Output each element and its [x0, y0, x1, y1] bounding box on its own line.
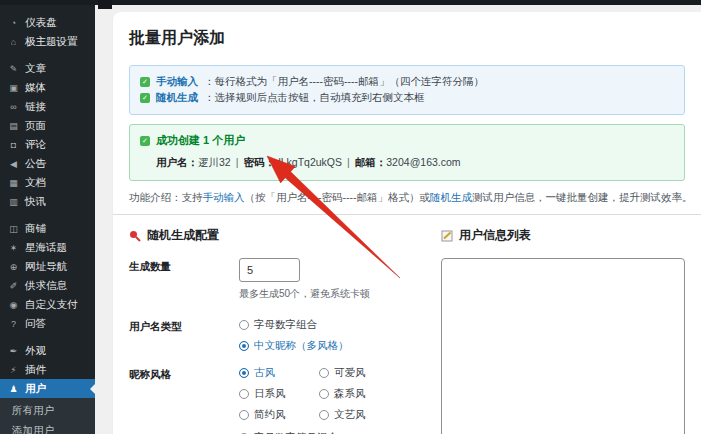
sidebar-item-pages[interactable]: ▤ 页面: [0, 116, 95, 135]
sidebar-item-label: 仪表盘: [25, 16, 57, 30]
qa-icon: ?: [8, 319, 19, 329]
sidebar-item-qa[interactable]: ? 问答: [0, 314, 95, 333]
memo-icon: [441, 230, 453, 242]
nickname-style-row: 昵称风格 古风 可爱风 日系风: [129, 366, 401, 422]
manual-input-link[interactable]: 手动输入: [203, 191, 245, 203]
sidebar-item-label: 供求信息: [25, 279, 67, 293]
success-title: 成功创建 1 个用户: [156, 133, 245, 148]
sidebar-item-links[interactable]: ∞ 链接: [0, 97, 95, 116]
radio-alnum-combo[interactable]: 字母数字组合: [239, 318, 401, 332]
pin-icon: [129, 230, 141, 242]
sidebar-item-nav-links[interactable]: ⊕ 网址导航: [0, 257, 95, 276]
sidebar-item-comments[interactable]: ◘ 评论: [0, 135, 95, 154]
sidebar-item-label: 链接: [25, 100, 46, 114]
quantity-input[interactable]: [239, 258, 300, 282]
submenu-item-add-user[interactable]: 添加用户: [0, 421, 95, 434]
radio-label: 中文昵称（多风格）: [254, 339, 349, 353]
user-list-textarea[interactable]: [441, 258, 685, 434]
radio-label: 文艺风: [334, 408, 366, 422]
sidebar-item-announcement[interactable]: ◀ 公告: [0, 154, 95, 173]
quantity-hint: 最多生成50个，避免系统卡顿: [239, 287, 401, 301]
created-user-detail: 用户名：逻川32|密码：dLkgTq2ukQS|邮箱：3204@163.com: [156, 156, 674, 170]
sidebar-item-news[interactable]: ▥ 快讯: [0, 192, 95, 211]
sidebar-item-posts[interactable]: ✎ 文章: [0, 59, 95, 78]
radio-icon: [239, 341, 249, 351]
sidebar-item-label: 评论: [25, 138, 46, 152]
sidebar-item-topics[interactable]: ✶ 星海话题: [0, 238, 95, 257]
field-separator: |: [236, 156, 239, 168]
radio-icon: [319, 368, 329, 378]
random-generate-line: ✓ 随机生成 ：选择规则后点击按钮，自动填充到右侧文本框: [140, 91, 674, 105]
comments-icon: ◘: [8, 140, 19, 150]
check-icon: ✓: [140, 93, 150, 103]
page-title: 批量用户添加: [129, 28, 685, 49]
sidebar-item-appearance[interactable]: ✒ 外观: [0, 341, 95, 360]
password-label: 密码：: [243, 156, 275, 168]
sidebar-item-users[interactable]: ♟ 用户: [0, 379, 95, 398]
radio-label: 可爱风: [334, 366, 366, 380]
sidebar-item-plugins[interactable]: ⚡ 插件: [0, 360, 95, 379]
sidebar-item-label: 文档: [25, 176, 46, 190]
random-config-title: 随机生成配置: [147, 227, 219, 244]
sidebar-item-docs[interactable]: ▦ 文档: [0, 173, 95, 192]
submenu-item-all-users[interactable]: 所有用户: [0, 401, 95, 421]
intro-mid: （按「用户名----密码----邮箱」格式）或: [245, 191, 430, 203]
radio-style-ancient[interactable]: 古风: [239, 366, 319, 380]
media-icon: ▣: [8, 83, 19, 93]
supply-demand-icon: ✐: [8, 281, 19, 291]
intro-prefix: 功能介绍：支持: [129, 191, 203, 203]
username-label: 用户名：: [156, 156, 198, 168]
radio-label: 古风: [254, 366, 275, 380]
custom-payment-icon: ◉: [8, 300, 19, 310]
appearance-icon: ✒: [8, 346, 19, 356]
sidebar-item-label: 星海话题: [25, 241, 67, 255]
sidebar-item-label: 媒体: [25, 81, 46, 95]
success-title-row: ✓ 成功创建 1 个用户: [140, 133, 674, 148]
sidebar-item-shop[interactable]: ◫ 商铺: [0, 219, 95, 238]
sidebar-item-custom-payment[interactable]: ◉ 自定义支付: [0, 295, 95, 314]
radio-style-artsy[interactable]: 文艺风: [319, 408, 399, 422]
sidebar-item-label: 页面: [25, 119, 46, 133]
random-generate-link[interactable]: 随机生成: [430, 191, 472, 203]
radio-icon: [239, 389, 249, 399]
random-generate-label: 随机生成: [156, 91, 198, 105]
usage-notice-box: ✓ 手动输入 ：每行格式为「用户名----密码----邮箱」（四个连字符分隔） …: [129, 65, 685, 115]
sidebar-item-supply-demand[interactable]: ✐ 供求信息: [0, 276, 95, 295]
sidebar-item-label: 网址导航: [25, 260, 67, 274]
radio-style-japanese[interactable]: 日系风: [239, 387, 319, 401]
sidebar-item-label: 文章: [25, 62, 46, 76]
radio-icon: [319, 410, 329, 420]
admin-content-area: 批量用户添加 ✓ 手动输入 ：每行格式为「用户名----密码----邮箱」（四个…: [95, 5, 701, 434]
sidebar-item-media[interactable]: ▣ 媒体: [0, 78, 95, 97]
radio-style-cute[interactable]: 可爱风: [319, 366, 399, 380]
links-icon: ∞: [8, 102, 19, 112]
user-list-title-row: 用户信息列表: [441, 227, 685, 244]
email-value: 3204@163.com: [386, 156, 460, 168]
password-value: dLkgTq2ukQS: [275, 156, 342, 168]
sidebar-item-label: 问答: [25, 317, 46, 331]
shop-icon: ◫: [8, 224, 19, 234]
manual-input-line: ✓ 手动输入 ：每行格式为「用户名----密码----邮箱」（四个连字符分隔）: [140, 75, 674, 89]
radio-style-simple[interactable]: 简约风: [239, 408, 319, 422]
sidebar-item-label: 插件: [25, 363, 46, 377]
news-icon: ▥: [8, 197, 19, 207]
radio-chinese-nickname[interactable]: 中文昵称（多风格）: [239, 339, 401, 353]
users-submenu: 所有用户 添加用户 个人资料 批量用户添加: [0, 398, 95, 434]
menu-separator: [0, 211, 95, 219]
sidebar-item-dashboard[interactable]: ◔ 仪表盘: [0, 13, 95, 32]
random-config-title-row: 随机生成配置: [129, 227, 401, 244]
menu-separator: [0, 51, 95, 59]
plugins-icon: ⚡: [8, 365, 19, 375]
radio-icon: [319, 389, 329, 399]
sidebar-item-theme-settings[interactable]: ⌂ 极主题设置: [0, 32, 95, 51]
pages-icon: ▤: [8, 121, 19, 131]
radio-style-forest[interactable]: 森系风: [319, 387, 399, 401]
radio-icon: [239, 368, 249, 378]
sidebar-item-label: 用户: [25, 382, 46, 396]
feature-intro-line: 功能介绍：支持手动输入（按「用户名----密码----邮箱」格式）或随机生成测试…: [129, 191, 685, 205]
dashboard-icon: ◔: [8, 18, 19, 28]
email-label: 邮箱：: [355, 156, 387, 168]
admin-bar-notch: [98, 0, 112, 9]
docs-icon: ▦: [8, 178, 19, 188]
nav-links-icon: ⊕: [8, 262, 19, 272]
